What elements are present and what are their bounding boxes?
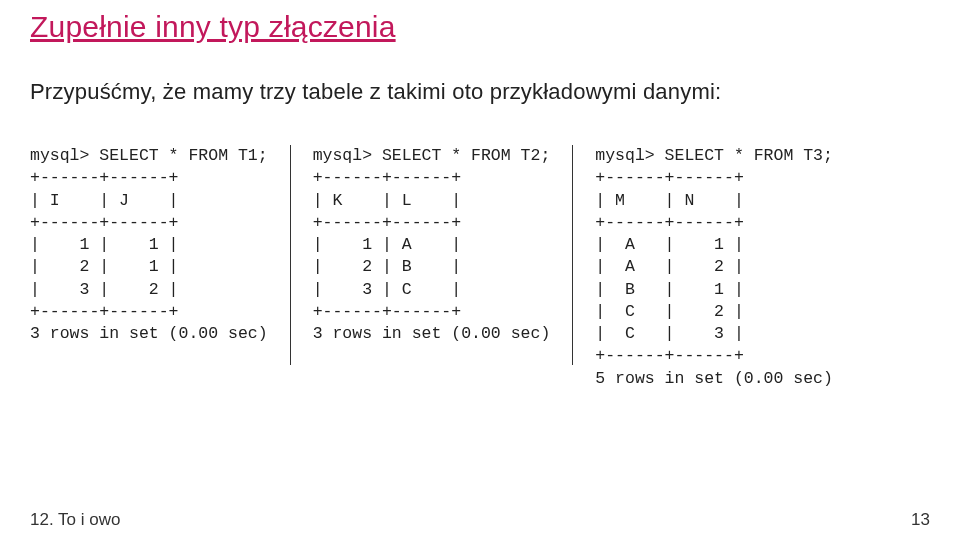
t2-border: +------+------+ [313,168,462,187]
t3-border: +------+------+ [595,168,744,187]
t1-query: mysql> SELECT * FROM T1; [30,146,268,165]
table-row: | 3 | C | [313,280,462,299]
t2-border: +------+------+ [313,213,462,232]
t1-border: +------+------+ [30,213,179,232]
table-row: | 3 | 2 | [30,280,179,299]
tables-container: mysql> SELECT * FROM T1; +------+------+… [30,145,930,390]
table-row: | 1 | A | [313,235,462,254]
t3-border: +------+------+ [595,346,744,365]
intro-text: Przypuśćmy, że mamy trzy tabele z takimi… [30,79,930,105]
table-row: | 2 | B | [313,257,462,276]
t3-footer: 5 rows in set (0.00 sec) [595,369,833,388]
table-row: | B | 1 | [595,280,744,299]
footer-left: 12. To i owo [30,510,120,530]
table-row: | A | 2 | [595,257,744,276]
t1-header: | I | J | [30,191,179,210]
t1-border: +------+------+ [30,302,179,321]
slide-footer: 12. To i owo 13 [30,510,930,530]
table-row: | C | 3 | [595,324,744,343]
t2-header: | K | L | [313,191,462,210]
table-row: | A | 1 | [595,235,744,254]
t3-border: +------+------+ [595,213,744,232]
slide: Zupełnie inny typ złączenia Przypuśćmy, … [0,0,960,542]
table-row: | C | 2 | [595,302,744,321]
table-t1: mysql> SELECT * FROM T1; +------+------+… [30,145,290,390]
t2-query: mysql> SELECT * FROM T2; [313,146,551,165]
table-row: | 1 | 1 | [30,235,179,254]
t1-footer: 3 rows in set (0.00 sec) [30,324,268,343]
table-row: | 2 | 1 | [30,257,179,276]
slide-title: Zupełnie inny typ złączenia [30,10,930,44]
table-t3: mysql> SELECT * FROM T3; +------+------+… [573,145,855,390]
table-t2: mysql> SELECT * FROM T2; +------+------+… [291,145,573,390]
t3-header: | M | N | [595,191,744,210]
page-number: 13 [911,510,930,530]
t3-query: mysql> SELECT * FROM T3; [595,146,833,165]
t2-border: +------+------+ [313,302,462,321]
t2-footer: 3 rows in set (0.00 sec) [313,324,551,343]
t1-border: +------+------+ [30,168,179,187]
